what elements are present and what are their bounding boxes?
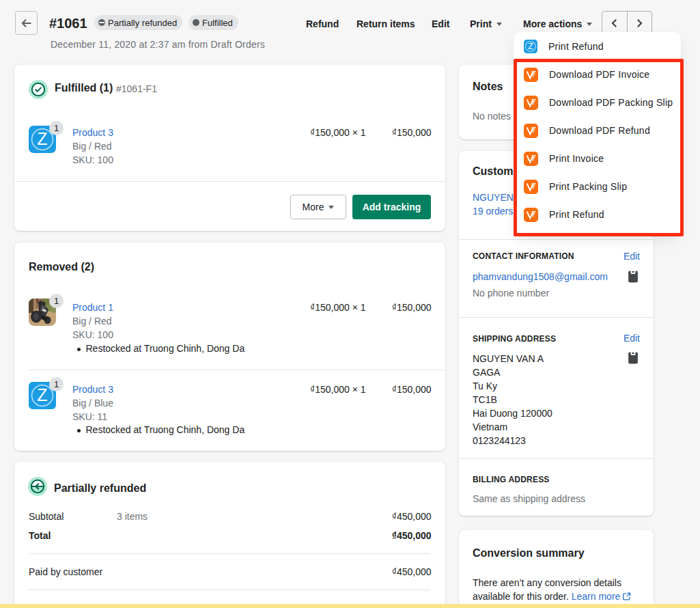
- svg-text:Z: Z: [37, 129, 47, 148]
- svg-text:Z: Z: [528, 42, 533, 51]
- svg-text:Z: Z: [37, 385, 47, 404]
